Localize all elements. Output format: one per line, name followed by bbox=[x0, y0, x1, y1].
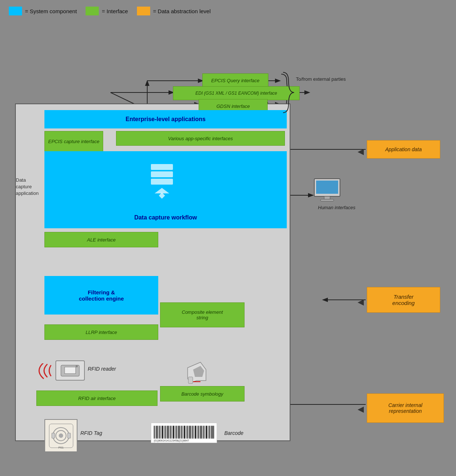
svg-rect-92 bbox=[211, 426, 213, 439]
rfid-reader-svg bbox=[59, 363, 81, 378]
svg-rect-66 bbox=[176, 426, 177, 439]
svg-rect-93 bbox=[213, 426, 214, 439]
svg-rect-75 bbox=[188, 426, 189, 439]
legend-green-box bbox=[86, 7, 99, 15]
ale-label: ALE interface bbox=[87, 237, 116, 243]
legend-cyan-box bbox=[9, 7, 22, 15]
svg-rect-29 bbox=[151, 164, 173, 170]
diagram: Datacaptureapplication EPCIS Query inter… bbox=[8, 19, 448, 470]
carrier-internal-label: Carrier internal representation bbox=[388, 402, 423, 414]
svg-rect-50 bbox=[154, 426, 155, 439]
edi-interface-box: EDI (GS1 XML / GS1 EANCOM) interface bbox=[173, 86, 300, 100]
svg-rect-79 bbox=[194, 426, 194, 439]
human-interfaces-label: Human interfaces bbox=[318, 204, 355, 211]
svg-rect-63 bbox=[172, 426, 172, 439]
application-data-box: Application data bbox=[367, 140, 440, 159]
composite-label: Composite element string bbox=[182, 309, 223, 320]
svg-rect-74 bbox=[187, 426, 188, 439]
svg-rect-52 bbox=[156, 426, 158, 439]
svg-rect-91 bbox=[210, 426, 211, 439]
rfid-reader-icon bbox=[55, 360, 85, 381]
scanner-svg bbox=[180, 360, 210, 384]
svg-rect-86 bbox=[203, 426, 204, 439]
svg-rect-67 bbox=[177, 426, 178, 439]
data-capture-workflow-box: Data capture workflow bbox=[44, 151, 287, 228]
svg-rect-81 bbox=[197, 426, 197, 439]
carrier-internal-box: Carrier internal representation bbox=[367, 393, 444, 423]
svg-rect-69 bbox=[180, 426, 181, 439]
svg-rect-83 bbox=[199, 426, 200, 439]
svg-rect-48 bbox=[188, 377, 193, 384]
svg-rect-65 bbox=[175, 426, 175, 439]
svg-rect-88 bbox=[206, 426, 207, 439]
svg-rect-39 bbox=[65, 367, 76, 374]
transfer-encoding-label: Transfer encoding bbox=[392, 294, 415, 306]
svg-rect-58 bbox=[165, 426, 166, 439]
legend-abstraction-label: = Data abstraction level bbox=[153, 8, 211, 14]
barcode-svg: (01)8061414112345&(21)6847 bbox=[152, 424, 216, 442]
svg-rect-82 bbox=[198, 426, 199, 439]
svg-rect-87 bbox=[205, 426, 205, 439]
carrier-internal-arrow: ◀ bbox=[358, 404, 364, 414]
enterprise-label: Enterprise-level applications bbox=[126, 116, 206, 123]
svg-rect-89 bbox=[208, 426, 208, 439]
epcis-capture-label: EPCIS capture interface bbox=[48, 139, 99, 144]
svg-rect-57 bbox=[164, 426, 164, 439]
barcode-label: Barcode bbox=[224, 430, 243, 436]
svg-rect-78 bbox=[192, 426, 193, 439]
epcis-capture-box: EPCIS capture interface bbox=[44, 131, 103, 152]
transfer-encoding-arrow: ◀ bbox=[358, 297, 364, 307]
rfid-tag-label: RFID Tag bbox=[80, 430, 102, 436]
llrp-label: LLRP interface bbox=[86, 330, 117, 335]
svg-rect-64 bbox=[173, 426, 174, 439]
svg-text:P01: P01 bbox=[58, 446, 64, 449]
legend-orange-box bbox=[137, 7, 150, 15]
composite-element-box: Composite element string bbox=[160, 302, 245, 327]
svg-rect-76 bbox=[189, 426, 191, 439]
various-app-box: Various app-specific interfaces bbox=[116, 131, 285, 146]
to-from-label: To/from external parties bbox=[296, 76, 346, 83]
filtering-collection-box: Filtering & collection engine bbox=[44, 276, 158, 315]
rfid-wave-icon bbox=[36, 363, 57, 391]
workflow-icon bbox=[144, 162, 180, 199]
svg-rect-73 bbox=[186, 426, 186, 439]
legend-interface: = Interface bbox=[86, 7, 128, 15]
svg-rect-80 bbox=[195, 426, 196, 439]
ale-interface-box: ALE interface bbox=[44, 232, 158, 247]
app-data-arrow: ◀ bbox=[358, 147, 364, 156]
transfer-encoding-box: Transfer encoding bbox=[367, 287, 440, 313]
legend-data-abstraction: = Data abstraction level bbox=[137, 7, 211, 15]
svg-text:(01)8061414112345&(21)6847: (01)8061414112345&(21)6847 bbox=[154, 439, 189, 442]
svg-rect-70 bbox=[181, 426, 182, 439]
svg-point-40 bbox=[76, 365, 78, 367]
svg-rect-68 bbox=[178, 426, 180, 439]
legend: = System component = Interface = Data ab… bbox=[0, 0, 456, 19]
brace-svg bbox=[281, 70, 296, 115]
svg-rect-51 bbox=[155, 426, 156, 439]
barcode-symbology-label: Barcode symbology bbox=[181, 391, 223, 397]
svg-rect-84 bbox=[200, 426, 202, 439]
svg-rect-72 bbox=[184, 426, 185, 439]
barcode-symbology-box: Barcode symbology bbox=[160, 386, 245, 401]
enterprise-app-box: Enterprise-level applications bbox=[44, 110, 287, 128]
legend-interface-label: = Interface bbox=[102, 8, 128, 14]
svg-rect-60 bbox=[167, 426, 169, 439]
svg-rect-54 bbox=[159, 426, 160, 439]
svg-rect-35 bbox=[316, 181, 338, 194]
legend-system-label: = System component bbox=[25, 8, 77, 14]
rfid-tag-box: P01 bbox=[44, 419, 77, 452]
epcis-query-interface-box: EPCIS Query interface bbox=[202, 73, 268, 87]
svg-rect-85 bbox=[202, 426, 203, 439]
svg-rect-59 bbox=[166, 426, 167, 439]
svg-rect-55 bbox=[161, 426, 161, 439]
rfid-reader-label: RFID reader bbox=[88, 366, 116, 372]
svg-rect-47 bbox=[68, 433, 70, 438]
svg-rect-90 bbox=[209, 426, 210, 439]
legend-system-component: = System component bbox=[9, 7, 77, 15]
svg-rect-36 bbox=[324, 196, 330, 199]
epcis-query-label: EPCIS Query interface bbox=[211, 78, 260, 83]
rfid-air-label: RFID air interface bbox=[78, 396, 116, 401]
svg-rect-61 bbox=[169, 426, 170, 439]
edi-label: EDI (GS1 XML / GS1 EANCOM) interface bbox=[195, 91, 277, 96]
svg-rect-77 bbox=[191, 426, 192, 439]
